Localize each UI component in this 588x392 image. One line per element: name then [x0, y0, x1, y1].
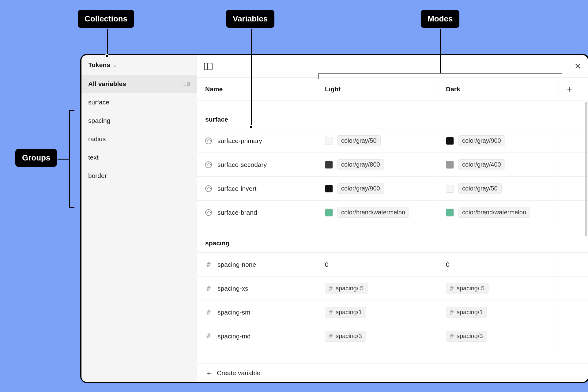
table-row[interactable]: surface-brandcolor/brand/watermeloncolor…	[197, 200, 588, 224]
value-alias[interactable]: color/brand/watermelon	[337, 207, 409, 218]
sidebar-toggle-icon[interactable]	[204, 63, 213, 70]
leader-line	[440, 29, 441, 73]
number-icon: #	[329, 285, 333, 292]
row-end	[559, 300, 580, 324]
cell-dark[interactable]: #spacing/1	[438, 300, 559, 324]
leader-line	[107, 29, 108, 55]
cell-dark[interactable]: color/gray/400	[438, 153, 559, 176]
bracket-line	[69, 110, 70, 208]
value-alias[interactable]: color/brand/watermelon	[458, 207, 530, 218]
sidebar-all-label: All variables	[88, 80, 126, 88]
value-alias[interactable]: #spacing/1	[446, 307, 487, 318]
color-swatch[interactable]	[325, 185, 333, 193]
cell-light[interactable]: color/gray/50	[317, 129, 438, 153]
alias-label: color/brand/watermelon	[341, 209, 405, 216]
value-plain[interactable]: 0	[325, 261, 329, 268]
cell-dark[interactable]: color/brand/watermelon	[438, 201, 559, 224]
column-mode-dark[interactable]: Dark	[438, 78, 559, 100]
sidebar-group-radius[interactable]: radius	[81, 130, 197, 148]
variable-name: spacing-md	[217, 333, 251, 340]
value-alias[interactable]: color/gray/400	[458, 159, 505, 170]
cell-light[interactable]: color/gray/900	[317, 177, 438, 200]
cell-dark[interactable]: color/gray/50	[438, 177, 559, 200]
sidebar-group-border[interactable]: border	[81, 167, 197, 185]
main: ✕ Name Light Dark ＋ surfacesurface-prima…	[197, 55, 588, 382]
leader-dot	[249, 125, 253, 129]
number-icon: #	[329, 333, 333, 340]
bracket-tick	[69, 207, 74, 208]
sidebar-group-surface[interactable]: surface	[81, 93, 197, 111]
create-variable-label: Create variable	[217, 369, 260, 377]
cell-light[interactable]: #spacing/.5	[317, 277, 438, 300]
color-swatch[interactable]	[325, 161, 333, 169]
alias-label: spacing/.5	[336, 285, 364, 292]
row-end	[559, 324, 580, 348]
table-row[interactable]: surface-invertcolor/gray/900color/gray/5…	[197, 176, 588, 200]
alias-label: spacing/1	[336, 309, 362, 316]
value-alias[interactable]: #spacing/.5	[325, 283, 368, 294]
callout-groups: Groups	[15, 149, 57, 167]
value-alias[interactable]: #spacing/3	[325, 331, 366, 342]
sidebar-group-spacing[interactable]: spacing	[81, 111, 197, 130]
table-row[interactable]: surface-primarycolor/gray/50color/gray/9…	[197, 129, 588, 153]
collection-picker[interactable]: Tokens ⌄	[81, 55, 197, 75]
variables-panel: Tokens ⌄ All variables 19 surfacespacing…	[80, 54, 588, 383]
plus-icon: ＋	[205, 368, 213, 378]
value-alias[interactable]: color/gray/800	[337, 159, 384, 170]
number-icon: #	[205, 333, 212, 340]
color-swatch[interactable]	[446, 137, 454, 145]
sidebar-all-variables[interactable]: All variables 19	[81, 75, 197, 93]
value-alias[interactable]: color/gray/50	[337, 135, 381, 146]
value-alias[interactable]: #spacing/1	[325, 307, 366, 318]
table-row[interactable]: #spacing-sm#spacing/1#spacing/1	[197, 300, 588, 324]
collection-name: Tokens	[88, 61, 110, 69]
value-plain[interactable]: 0	[446, 261, 450, 268]
table-row[interactable]: #spacing-none00	[197, 252, 588, 276]
row-end	[559, 277, 580, 300]
value-alias[interactable]: color/gray/50	[458, 183, 502, 194]
add-mode-button[interactable]: ＋	[559, 78, 580, 100]
number-icon: #	[450, 333, 454, 340]
color-swatch[interactable]	[446, 209, 454, 217]
cell-light[interactable]: color/brand/watermelon	[317, 201, 438, 224]
leader-line	[251, 29, 252, 126]
callout-variables: Variables	[226, 10, 274, 28]
callout-modes: Modes	[421, 10, 459, 28]
table-row[interactable]: surface-secodarycolor/gray/800color/gray…	[197, 153, 588, 176]
create-variable-button[interactable]: ＋ Create variable	[197, 364, 588, 382]
table-row[interactable]: #spacing-xs#spacing/.5#spacing/.5	[197, 276, 588, 300]
column-name: Name	[197, 78, 317, 100]
variable-count: 19	[183, 80, 190, 88]
color-swatch[interactable]	[325, 137, 333, 145]
table-row[interactable]: #spacing-md#spacing/3#spacing/3	[197, 324, 588, 348]
alias-label: color/gray/50	[341, 137, 377, 144]
alias-label: spacing/1	[457, 309, 483, 316]
cell-dark[interactable]: 0	[438, 253, 559, 276]
value-alias[interactable]: color/gray/900	[337, 183, 384, 194]
cell-light[interactable]: color/gray/800	[317, 153, 438, 176]
cell-dark[interactable]: color/gray/900	[438, 129, 559, 153]
alias-label: color/gray/50	[462, 185, 498, 192]
number-icon: #	[450, 285, 454, 292]
variable-name: surface-invert	[217, 185, 256, 192]
sidebar-group-text[interactable]: text	[81, 148, 197, 167]
cell-light[interactable]: #spacing/1	[317, 300, 438, 324]
scrollbar[interactable]	[585, 102, 587, 236]
alias-label: color/gray/400	[462, 161, 501, 168]
alias-label: color/gray/900	[462, 137, 501, 144]
cell-light[interactable]: 0	[317, 253, 438, 276]
color-swatch[interactable]	[446, 161, 454, 169]
value-alias[interactable]: color/gray/900	[458, 135, 505, 146]
cell-dark[interactable]: #spacing/3	[438, 324, 559, 348]
cell-light[interactable]: #spacing/3	[317, 324, 438, 348]
close-icon[interactable]: ✕	[574, 62, 581, 71]
cell-dark[interactable]: #spacing/.5	[438, 277, 559, 300]
value-alias[interactable]: #spacing/3	[446, 331, 487, 342]
column-mode-light[interactable]: Light	[317, 78, 438, 100]
value-alias[interactable]: #spacing/.5	[446, 283, 488, 294]
color-swatch[interactable]	[446, 185, 454, 193]
table-header: Name Light Dark ＋	[197, 78, 588, 100]
chevron-down-icon: ⌄	[113, 62, 117, 68]
leader-line	[58, 159, 70, 160]
color-swatch[interactable]	[325, 209, 333, 217]
